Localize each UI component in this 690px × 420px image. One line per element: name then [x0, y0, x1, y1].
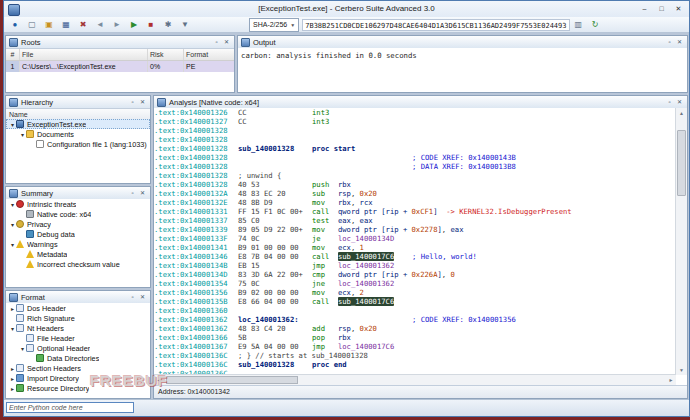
disasm-line[interactable]: .text:0x140001367E9 5A 04 00 00jmp loc_1… [154, 342, 676, 351]
maximize-button[interactable]: □ [653, 2, 670, 15]
hash-value-field[interactable]: 7B38B251CD0CDE106297D48CAE6404D1A3D615CB… [302, 19, 570, 31]
filters-button[interactable]: ▼ [177, 17, 193, 32]
disasm-line[interactable]: .text:0x14000135475 0Cjne loc_140001362 [154, 279, 676, 288]
disasm-line[interactable]: .text:0x140001331FF 15 F1 0C 00+call qwo… [154, 207, 676, 216]
format-item[interactable]: Rich Signature [6, 313, 150, 323]
close-panel-icon[interactable]: ✕ [222, 38, 231, 47]
format-item[interactable]: ▸Resource Directory [6, 383, 150, 393]
summary-item[interactable]: Debug data [6, 229, 150, 239]
expander-icon[interactable]: ▾ [19, 345, 26, 352]
float-panel-icon[interactable]: ▫ [128, 98, 137, 107]
disasm-line[interactable]: .text:0x140001356B9 02 00 00 00mov ecx, … [154, 288, 676, 297]
format-item[interactable]: File Header [6, 333, 150, 343]
forward-button[interactable]: ► [109, 17, 125, 32]
disasm-line[interactable]: .text:0x140001326CCint3 [154, 108, 676, 117]
scroll-down-icon[interactable]: ▼ [676, 365, 687, 375]
hash-algorithm-select[interactable]: SHA-2/256 ▼ [249, 18, 299, 32]
disasm-line[interactable]: .text:0x14000133F74 0Cje loc_14000134D [154, 234, 676, 243]
scroll-right-icon[interactable]: ► [666, 375, 676, 385]
disasm-line[interactable]: .text:0x140001328 [154, 126, 676, 135]
float-panel-icon[interactable]: ▫ [128, 189, 137, 198]
tools-button[interactable]: ✱ [160, 17, 176, 32]
disasm-line[interactable]: .text:0x140001327CCint3 [154, 117, 676, 126]
disasm-line[interactable]: .text:0x140001341B9 01 00 00 00mov ecx, … [154, 243, 676, 252]
format-item[interactable]: ▸Dos Header [6, 303, 150, 313]
disasm-line[interactable]: .text:0x14000136248 83 C4 20add rsp, 0x2… [154, 324, 676, 333]
open-file-button[interactable]: ▣ [41, 17, 57, 32]
disasm-line[interactable]: .text:0x14000135BE8 66 04 00 00call sub_… [154, 297, 676, 306]
expander-icon[interactable]: ▸ [9, 305, 16, 312]
disasm-line[interactable]: .text:0x140001328 [154, 135, 676, 144]
expander-icon[interactable]: ▾ [19, 131, 26, 138]
disasm-line[interactable]: .text:0x14000132A48 83 EC 20sub rsp, 0x2… [154, 189, 676, 198]
disasm-line[interactable]: .text:0x140001346E8 7B 04 00 00call sub_… [154, 252, 676, 261]
format-item[interactable]: ▸Section Headers [6, 363, 150, 373]
expander-icon[interactable]: ▾ [9, 241, 16, 248]
roots-column-header[interactable]: # [6, 49, 20, 60]
scroll-up-icon[interactable]: ▲ [676, 108, 687, 118]
new-file-button[interactable]: ▢ [24, 17, 40, 32]
disasm-line[interactable]: .text:0x14000134D83 3D 6A 22 00+cmp dwor… [154, 270, 676, 279]
close-panel-icon[interactable]: ✕ [138, 98, 147, 107]
vertical-scroll-thumb[interactable] [677, 130, 686, 196]
disasm-line[interactable]: .text:0x1400013665Bpop rbx [154, 333, 676, 342]
float-panel-icon[interactable]: ▫ [212, 38, 221, 47]
close-panel-icon[interactable]: ✕ [675, 98, 684, 107]
expander-icon[interactable]: ▸ [9, 375, 16, 382]
summary-item[interactable]: Native code: x64 [6, 209, 150, 219]
disasm-line[interactable]: .text:0x140001328; CODE XREF: 0x14000143… [154, 153, 676, 162]
horizontal-scroll-thumb[interactable] [166, 376, 298, 384]
copy-hash-button[interactable]: ▥ [570, 17, 586, 32]
python-console-input[interactable] [6, 402, 134, 413]
vertical-scrollbar[interactable]: ▲ ▼ [675, 108, 687, 375]
hierarchy-item[interactable]: ▾Documents [6, 129, 150, 139]
expander-icon[interactable]: ▸ [9, 365, 16, 372]
disasm-line[interactable]: .text:0x14000136C; } // starts at sub_14… [154, 351, 676, 360]
expander-icon[interactable]: ▾ [9, 325, 16, 332]
summary-item[interactable]: Metadata [6, 249, 150, 259]
minimize-button[interactable]: – [636, 2, 653, 15]
disasm-line[interactable]: .text:0x14000132E48 8B D9mov rbx, rcx [154, 198, 676, 207]
disasm-line[interactable]: .text:0x140001362loc_140001362:; CODE XR… [154, 315, 676, 324]
roots-column-header[interactable]: Risk [148, 49, 184, 60]
float-panel-icon[interactable]: ▫ [128, 293, 137, 302]
format-item[interactable]: ▸Import Directory [6, 373, 150, 383]
close-panel-icon[interactable]: ✕ [675, 38, 684, 47]
recompute-hash-button[interactable]: ↻ [587, 17, 603, 32]
disasm-line[interactable]: .text:0x140001328; DATA XREF: 0x1400013B… [154, 162, 676, 171]
run-analysis-button[interactable]: ▶ [126, 17, 142, 32]
disasm-line[interactable]: .text:0x140001360 [154, 306, 676, 315]
disasm-line[interactable]: .text:0x140001328sub_140001328proc start [154, 144, 676, 153]
float-panel-icon[interactable]: ▫ [665, 38, 674, 47]
disasm-line[interactable]: .text:0x140001328; unwind { [154, 171, 676, 180]
app-logo-button[interactable]: ● [7, 17, 23, 32]
hierarchy-item[interactable]: Configuration file 1 (lang:1033) [6, 139, 150, 149]
summary-item[interactable]: Incorrect checksum value [6, 259, 150, 269]
summary-item[interactable]: ▾Warnings [6, 239, 150, 249]
float-panel-icon[interactable]: ▫ [665, 98, 674, 107]
stop-analysis-button[interactable]: ■ [143, 17, 159, 32]
expander-icon[interactable]: ▸ [9, 385, 16, 392]
expander-icon[interactable]: ▾ [9, 121, 16, 128]
format-item[interactable]: ▾Optional Header [6, 343, 150, 353]
roots-column-header[interactable]: File [20, 49, 148, 60]
disasm-line[interactable]: .text:0x14000134BEB 15jmp loc_140001362 [154, 261, 676, 270]
disasm-line[interactable]: .text:0x14000136Csub_140001328proc end [154, 360, 676, 369]
summary-item[interactable]: ▾Intrinsic threats [6, 199, 150, 209]
disasm-line[interactable]: .text:0x14000132840 53push rbx [154, 180, 676, 189]
format-item[interactable]: ▾Nt Headers [6, 323, 150, 333]
hierarchy-item[interactable]: ▾ExceptionTest.exe [6, 119, 150, 129]
scroll-left-icon[interactable]: ◄ [154, 375, 164, 385]
roots-column-header[interactable]: Format [184, 49, 234, 60]
save-file-button[interactable]: ▦ [58, 17, 74, 32]
summary-item[interactable]: ▾Privacy [6, 219, 150, 229]
close-button[interactable]: ✕ [670, 2, 687, 15]
back-button[interactable]: ◄ [92, 17, 108, 32]
disasm-line[interactable]: .text:0x14000133785 C0test eax, eax [154, 216, 676, 225]
format-item[interactable]: Data Directories [6, 353, 150, 363]
close-file-button[interactable]: ✖ [75, 17, 91, 32]
disasm-line[interactable]: .text:0x14000133989 05 D9 22 00+mov dwor… [154, 225, 676, 234]
close-panel-icon[interactable]: ✕ [138, 189, 147, 198]
roots-row[interactable]: 1C:\Users\...\ExceptionTest.exe0%PE [6, 61, 234, 72]
expander-icon[interactable]: ▾ [9, 201, 16, 208]
